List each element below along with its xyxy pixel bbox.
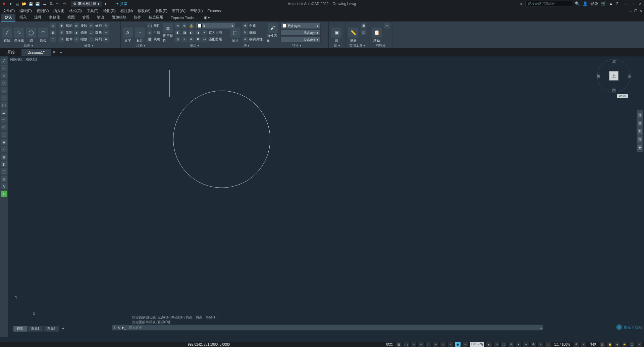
panel-layers-label[interactable]: 图层: [190, 44, 199, 47]
tool-region-icon[interactable]: ◫: [1, 168, 7, 175]
annotation-monitor-icon[interactable]: +: [581, 342, 586, 347]
cmd-close-icon[interactable]: ✕: [116, 326, 121, 330]
quickprops-icon[interactable]: ▤: [600, 342, 605, 347]
saveas-icon[interactable]: 💾: [35, 1, 40, 6]
lineweight-combo[interactable]: ByLayer▾: [280, 30, 321, 36]
mirror-icon[interactable]: ▲: [74, 30, 79, 35]
menu-help[interactable]: 帮助(H): [190, 8, 203, 13]
menu-draw[interactable]: 绘图(D): [103, 8, 116, 13]
tool-revcloud-icon[interactable]: ☁: [1, 109, 7, 115]
tool-ellipse-icon[interactable]: ⬭: [1, 124, 7, 130]
hatch-icon[interactable]: ▦: [50, 30, 56, 35]
ime-indicator[interactable]: CH ♪ 简: [470, 342, 484, 347]
fillet-icon[interactable]: ◡: [89, 30, 94, 35]
qat-overflow-icon[interactable]: ▾: [103, 1, 108, 6]
cleanscreen-icon[interactable]: ▢: [629, 342, 635, 347]
new-icon[interactable]: ▤: [15, 1, 20, 6]
command-input[interactable]: 键入命令: [127, 325, 539, 330]
close-button[interactable]: ✕: [638, 2, 643, 6]
ui-lock-icon[interactable]: 🔒: [607, 342, 612, 347]
tool-polyline-icon[interactable]: ∿: [1, 72, 7, 79]
select-icon[interactable]: ◫: [361, 30, 366, 35]
menu-express[interactable]: Express: [207, 9, 221, 13]
model-space-button[interactable]: 模型: [385, 342, 394, 347]
panel-properties-label[interactable]: 特性: [292, 44, 301, 47]
menu-param[interactable]: 参数(P): [155, 8, 168, 13]
tab-addin[interactable]: 附加模块: [108, 14, 130, 21]
tab-start[interactable]: 开始: [1, 48, 21, 56]
cart-icon[interactable]: 🛒: [601, 1, 606, 6]
leader-icon[interactable]: ↘: [147, 30, 152, 35]
polar-icon[interactable]: ✳: [433, 342, 438, 347]
doc-close-button[interactable]: ✕: [639, 9, 642, 13]
tab-view[interactable]: 视图: [64, 14, 78, 21]
tool-spline-icon[interactable]: 〰: [1, 117, 7, 123]
group-button[interactable]: ▣组: [331, 23, 342, 43]
search-input[interactable]: 键入关键字或短语: [525, 1, 572, 6]
layer-del-icon[interactable]: ✖: [195, 37, 201, 42]
help-icon[interactable]: ?: [615, 1, 618, 6]
menu-format[interactable]: 格式(O): [69, 8, 82, 13]
workspace-switcher[interactable]: ⚙ 草图与注释 ▾: [71, 1, 102, 7]
set-current-icon[interactable]: ✔: [202, 30, 207, 35]
menu-view[interactable]: 视图(V): [37, 8, 49, 13]
tab-parametric[interactable]: 参数化: [46, 14, 63, 21]
menu-edit[interactable]: 编辑(E): [19, 8, 32, 13]
hwaccel-icon[interactable]: ⚡: [622, 342, 627, 347]
layer-state-icon[interactable]: ⎘: [175, 37, 180, 42]
layer-iso-icon[interactable]: ◧: [175, 30, 180, 35]
tab-express[interactable]: Express Tools: [167, 15, 197, 21]
panel-utilities-label[interactable]: 实用工具: [349, 44, 365, 47]
layer-lock-icon[interactable]: 🔒: [189, 23, 194, 29]
undo-icon[interactable]: ↶: [55, 1, 60, 6]
table-icon[interactable]: ▦: [147, 37, 152, 42]
layout-tab-1[interactable]: 布局1: [28, 326, 43, 332]
viewcube-west[interactable]: 西: [596, 74, 600, 79]
paste-button[interactable]: 📋粘贴: [371, 23, 382, 43]
layer-freeze-icon[interactable]: ❄: [182, 23, 187, 29]
stretch-icon[interactable]: ⇲: [59, 37, 64, 42]
tool-insert-icon[interactable]: ⬚: [1, 132, 7, 138]
annotation-visibility-icon[interactable]: 👁: [531, 342, 536, 347]
3dosnap-icon[interactable]: ⬚: [501, 342, 506, 347]
customize-icon[interactable]: ≡: [637, 342, 642, 347]
match-layer-icon[interactable]: ⇄: [202, 37, 207, 42]
panel-annotate-label[interactable]: 注释: [136, 44, 145, 47]
explode-icon[interactable]: ✧: [103, 30, 109, 35]
doc-minimize-button[interactable]: —: [629, 9, 632, 13]
tool-rectangle-icon[interactable]: ▭: [1, 87, 7, 93]
tool-text-icon[interactable]: A: [1, 183, 7, 189]
tab-new-icon[interactable]: +: [57, 50, 65, 54]
tab-annotate[interactable]: 注释: [31, 14, 45, 21]
menu-insert[interactable]: 插入(I): [53, 8, 64, 13]
linetype-combo[interactable]: ByLayer▾: [280, 36, 321, 42]
insert-button[interactable]: ⬚插入: [230, 23, 240, 43]
tab-insert[interactable]: 插入: [16, 14, 30, 21]
ortho-icon[interactable]: ∟: [426, 342, 431, 347]
layout-tab-model[interactable]: 模型: [13, 326, 27, 332]
color-combo[interactable]: ByLayer▾: [280, 23, 321, 29]
open-icon[interactable]: 📂: [21, 1, 27, 6]
line-button[interactable]: ╱直线: [2, 23, 12, 43]
tab-close-icon[interactable]: ✕: [51, 50, 57, 54]
coordinates-readout[interactable]: 992.8242, 751.1980, 0.0000: [188, 343, 230, 346]
tool-table-icon[interactable]: ▤: [1, 176, 7, 182]
layer-on-icon[interactable]: ◑: [195, 30, 201, 35]
save-icon[interactable]: 💾: [28, 1, 34, 6]
plot-icon[interactable]: 🖶: [48, 1, 54, 6]
layer-sun-icon[interactable]: ☀: [175, 23, 180, 29]
maximize-button[interactable]: □: [631, 2, 635, 6]
wcs-badge[interactable]: WCS: [617, 94, 628, 98]
scale-readout[interactable]: 1:1 / 100%: [553, 343, 572, 346]
circle-button[interactable]: ◯圆: [26, 23, 36, 43]
menu-dim[interactable]: 标注(N): [120, 8, 133, 13]
tool-hatch-icon[interactable]: ▦: [1, 154, 7, 160]
user-icon[interactable]: 👤: [583, 1, 588, 6]
tool-point-icon[interactable]: ·: [1, 146, 7, 152]
copy-icon[interactable]: ⎘: [59, 30, 64, 35]
cmd-grip-icon[interactable]: ⋮: [112, 326, 116, 329]
scale-icon[interactable]: ⤢: [74, 37, 79, 42]
nav-zoom-icon[interactable]: 🔍: [638, 129, 642, 134]
create-block-icon[interactable]: ✚: [243, 23, 248, 29]
minimize-button[interactable]: —: [623, 2, 628, 6]
